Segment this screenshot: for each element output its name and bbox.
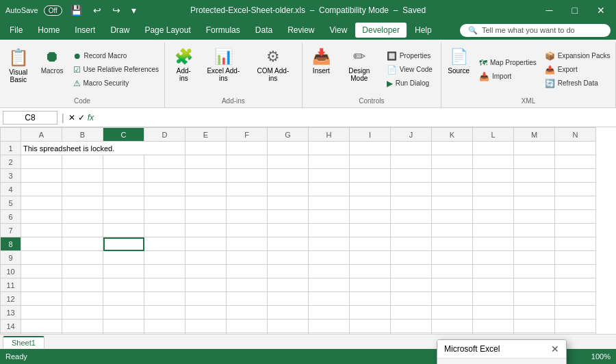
map-properties-button[interactable]: 🗺 Map Properties [476, 57, 539, 69]
macro-security-button[interactable]: ⚠ Macro Security [70, 77, 162, 90]
insert-button[interactable]: 📥 Insert [308, 45, 335, 77]
menu-home[interactable]: Home [31, 23, 66, 38]
addins-group-label: Add-ins [222, 94, 245, 105]
view-code-button[interactable]: 📄 View Code [384, 64, 435, 76]
menu-page-layout[interactable]: Page Layout [138, 23, 197, 38]
run-dialog-button[interactable]: ▶ Run Dialog [384, 77, 435, 90]
run-dialog-icon: ▶ [387, 79, 393, 88]
menu-search-bar: File Home Insert Draw Page Layout Formul… [0, 21, 616, 40]
record-icon: ⏺ [73, 51, 81, 61]
autosave-toggle[interactable]: Off [44, 5, 62, 16]
xml-small-buttons-2: 📦 Expansion Packs 📤 Export 🔄 Refresh Dat… [542, 45, 613, 94]
controls-small-buttons: 🔲 Properties 📄 View Code ▶ Run Dialog [384, 45, 435, 94]
undo-icon[interactable]: ↩ [90, 3, 104, 17]
relative-ref-icon: ☑ [73, 65, 81, 75]
addins-button[interactable]: 🧩 Add-ins [170, 45, 197, 85]
excel-addins-icon: 📊 [214, 48, 233, 66]
menu-developer[interactable]: Developer [355, 23, 407, 38]
menu-formulas[interactable]: Formulas [199, 23, 247, 38]
refresh-data-button[interactable]: 🔄 Refresh Data [542, 77, 613, 90]
controls-group-content: 📥 Insert ✏ Design Mode 🔲 Properties 📄 Vi… [308, 45, 435, 94]
maximize-button[interactable]: □ [567, 3, 583, 17]
close-button[interactable]: ✕ [591, 3, 611, 17]
menu-insert[interactable]: Insert [68, 23, 102, 38]
addins-icon: 🧩 [175, 48, 193, 66]
source-button[interactable]: 📄 Source [444, 45, 474, 77]
dialog-title: Microsoft Excel [444, 344, 500, 354]
export-button[interactable]: 📤 Export [542, 64, 613, 76]
ribbon-group-xml: 📄 Source 🗺 Map Properties 📥 Import 📦 Exp… [441, 42, 616, 107]
search-area: 🔍 Tell me what you want to do [454, 24, 616, 37]
menu-data[interactable]: Data [248, 23, 279, 38]
macros-button[interactable]: ⏺ Macros [37, 45, 68, 78]
cancel-icon[interactable]: ✕ [68, 113, 75, 122]
xml-small-buttons: 🗺 Map Properties 📥 Import [476, 45, 539, 94]
properties-button[interactable]: 🔲 Properties [384, 50, 435, 62]
dialog-overlay: Microsoft Excel ✕ Password is AAAAAAAAAA… [0, 127, 616, 364]
map-properties-icon: 🗺 [479, 58, 487, 68]
insert-icon: 📥 [312, 48, 331, 66]
import-button[interactable]: 📥 Import [476, 70, 539, 83]
insert-label: Insert [313, 67, 330, 75]
quick-access-icon[interactable]: ▾ [129, 3, 139, 17]
confirm-icon[interactable]: ✓ [78, 113, 85, 122]
export-icon: 📤 [545, 65, 555, 75]
expansion-packs-icon: 📦 [545, 51, 555, 61]
dialog-title-bar: Microsoft Excel ✕ [437, 340, 566, 359]
import-label: Import [492, 73, 511, 80]
macros-label: Macros [41, 67, 64, 75]
formula-input[interactable] [97, 113, 613, 122]
dialog-body: Password is AAAAAAAAAA [437, 359, 566, 364]
redo-icon[interactable]: ↪ [110, 3, 123, 17]
save-icon[interactable]: 💾 [68, 3, 85, 17]
refresh-data-label: Refresh Data [558, 79, 598, 87]
dialog-close-button[interactable]: ✕ [551, 344, 559, 354]
relative-references-button[interactable]: ☑ Use Relative References [70, 64, 162, 76]
compat-mode: Compatibility Mode [319, 5, 389, 15]
minimize-button[interactable]: ─ [541, 3, 559, 17]
autosave-label: AutoSave [5, 6, 38, 14]
addins-label: Add-ins [177, 67, 191, 82]
run-dialog-label: Run Dialog [396, 79, 429, 87]
formula-bar: | ✕ ✓ fx [0, 108, 616, 127]
macros-icon: ⏺ [44, 48, 60, 66]
search-icon: 🔍 [468, 26, 478, 35]
addins-group-content: 🧩 Add-ins 📊 Excel Add-ins ⚙ COM Add-ins [170, 45, 296, 94]
menu-bar: File Home Insert Draw Page Layout Formul… [0, 21, 454, 40]
visual-basic-button[interactable]: 📋 VisualBasic [3, 45, 34, 86]
record-macro-button[interactable]: ⏺ Record Macro [70, 50, 162, 62]
vb-label: VisualBasic [9, 68, 27, 83]
search-box[interactable]: 🔍 Tell me what you want to do [460, 24, 611, 37]
expansion-packs-button[interactable]: 📦 Expansion Packs [542, 50, 613, 62]
design-mode-icon: ✏ [353, 48, 365, 66]
dialog: Microsoft Excel ✕ Password is AAAAAAAAAA… [437, 339, 567, 364]
code-group-content: 📋 VisualBasic ⏺ Macros ⏺ Record Macro ☑ … [3, 45, 162, 94]
com-addins-icon: ⚙ [266, 48, 280, 66]
security-icon: ⚠ [73, 79, 81, 88]
com-addins-button[interactable]: ⚙ COM Add-ins [250, 45, 296, 85]
ribbon-group-code: 📋 VisualBasic ⏺ Macros ⏺ Record Macro ☑ … [0, 42, 165, 107]
title-bar-right: ─ □ ✕ [541, 3, 611, 17]
function-icon[interactable]: fx [88, 113, 94, 122]
menu-file[interactable]: File [3, 23, 29, 38]
import-icon: 📥 [479, 72, 489, 81]
saved-status: Saved [402, 5, 426, 15]
excel-addins-button[interactable]: 📊 Excel Add-ins [200, 45, 247, 85]
title-bar: AutoSave Off 💾 ↩ ↪ ▾ Protected-Excel-She… [0, 0, 616, 21]
design-mode-button[interactable]: ✏ Design Mode [337, 45, 381, 85]
properties-label: Properties [400, 52, 431, 60]
map-properties-label: Map Properties [490, 59, 537, 66]
formula-separator: | [60, 112, 66, 123]
code-group-label: Code [74, 94, 90, 105]
ribbon-group-controls: 📥 Insert ✏ Design Mode 🔲 Properties 📄 Vi… [303, 42, 441, 107]
name-box[interactable] [3, 111, 57, 125]
source-icon: 📄 [450, 48, 468, 66]
menu-help[interactable]: Help [408, 23, 439, 38]
menu-view[interactable]: View [323, 23, 355, 38]
menu-draw[interactable]: Draw [103, 23, 136, 38]
title-bar-center: Protected-Excel-Sheet-older.xls – Compat… [190, 5, 426, 15]
excel-addins-label: Excel Add-ins [204, 67, 243, 82]
menu-review[interactable]: Review [281, 23, 321, 38]
code-small-buttons: ⏺ Record Macro ☑ Use Relative References… [70, 45, 162, 94]
properties-icon: 🔲 [387, 51, 397, 61]
